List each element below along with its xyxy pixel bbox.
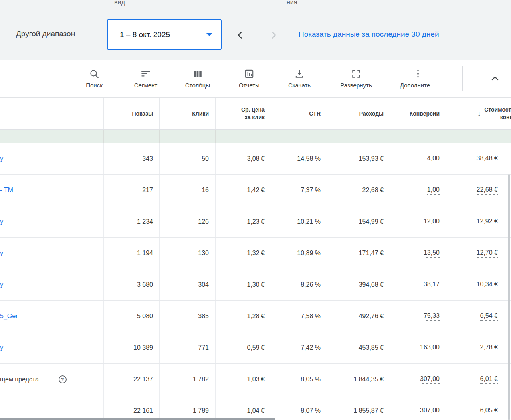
cell-value[interactable]: 6,54 € [480,312,498,321]
cell-value: 171,47 € [359,250,384,257]
toolbar-label: Столбцы [185,82,210,89]
row-label: щем предста… [0,376,45,383]
campaign-name-cell: у [0,143,104,174]
cell-value: 16 [202,187,209,194]
campaign-link[interactable]: - ТМ [0,187,13,194]
cell-value: 217 [142,187,153,194]
campaign-link[interactable]: у [0,344,3,351]
cell-value: 343 [142,155,153,162]
table-body: у343503,08 €14,58 %153,93 €4,0038,48 €- … [0,143,511,420]
more-options-button[interactable]: Дополните… [388,69,448,89]
toolbar-label: Скачать [288,82,311,89]
cell-value[interactable]: 75,33 [424,312,440,321]
cell-clicks: 1 782 [160,364,216,395]
clipped-label-right: ния [287,0,297,6]
chevron-right-icon [269,30,279,40]
segment-button[interactable]: Сегмент [120,69,172,89]
cell-value[interactable]: 4,00 [427,155,440,163]
campaign-name-cell: у [0,332,104,363]
help-icon[interactable]: ? [59,375,67,383]
cell-value[interactable]: 10,34 € [477,281,498,289]
cell-ctr: 8,05 % [271,364,327,395]
table-row: у10 3897710,59 €7,42 %453,85 €163,002,78… [0,332,511,364]
header-label: Ср. цена за клик [241,106,265,120]
cell-ctr: 7,58 % [271,301,327,332]
cell-impressions: 10 389 [104,332,160,363]
download-icon [294,69,305,79]
expand-icon [351,69,361,79]
cell-cost_per_conv: 22,68 € [446,175,511,206]
cell-value: 10,21 % [297,218,321,225]
next-range-button[interactable] [267,28,281,42]
header-cost-per-conv[interactable]: ↓ Стоимость конв. [446,98,511,129]
cell-avg_cpc: 1,30 € [216,269,271,300]
campaign-link[interactable]: у [0,250,3,257]
collapse-table-button[interactable] [489,73,501,84]
cell-value: 3,08 € [247,155,265,162]
cell-impressions: 1 194 [104,238,160,269]
table-row: 5_Ger5 0803851,28 €7,58 %492,76 €75,336,… [0,301,511,332]
cell-impressions: 5 080 [104,301,160,332]
campaign-name-cell: у [0,238,104,269]
cell-value[interactable]: 38,48 € [477,155,498,163]
download-button[interactable]: Скачать [275,69,324,89]
columns-button[interactable]: Столбцы [172,69,224,89]
date-range-picker[interactable]: 1 – 8 окт. 2025 [107,19,222,50]
cell-clicks: 304 [160,269,216,300]
header-cost[interactable]: Расходы [327,98,390,129]
cell-value: 10,89 % [297,250,321,257]
cell-value[interactable]: 12,70 € [477,249,498,258]
cell-cost: 154,99 € [327,206,390,237]
cell-cost_per_conv: 12,92 € [446,206,511,237]
cell-impressions: 343 [104,143,160,174]
previous-range-button[interactable] [233,28,247,42]
cell-value: 1,03 € [247,376,265,383]
cell-clicks: 771 [160,332,216,363]
cell-value[interactable]: 307,00 [420,407,440,415]
cell-cost: 492,76 € [327,301,390,332]
cell-impressions: 22 161 [104,395,160,420]
cell-clicks: 1 789 [160,395,216,420]
horizontal-scrollbar[interactable] [0,418,275,420]
search-button[interactable]: Поиск [75,69,113,89]
toolbar-label: Отчеты [239,82,259,89]
cell-clicks: 130 [160,238,216,269]
header-impressions[interactable]: Показы [104,98,160,129]
cell-value[interactable]: 13,50 [424,249,440,258]
campaign-link[interactable]: у [0,281,3,288]
cell-value[interactable]: 38,17 [424,281,440,289]
header-clicks[interactable]: Клики [160,98,216,129]
expand-button[interactable]: Развернуть [324,69,388,89]
cell-avg_cpc: 1,42 € [216,175,271,206]
cell-value[interactable]: 22,68 € [477,186,498,195]
cell-value: 8,07 % [301,407,321,414]
reports-button[interactable]: Отчеты [224,69,275,89]
table-row: у1 2341261,23 €10,21 %154,99 €12,0012,92… [0,206,511,238]
campaign-link[interactable]: 5_Ger [0,313,18,320]
cell-value[interactable]: 6,01 € [480,375,498,384]
toolbar-label: Развернуть [340,82,372,89]
vertical-scrollbar[interactable] [508,174,510,420]
cell-value[interactable]: 307,00 [420,375,440,384]
campaign-link[interactable]: у [0,218,3,225]
cell-cost: 22,68 € [327,175,390,206]
cell-cost: 171,47 € [327,238,390,269]
cell-value[interactable]: 12,00 [424,218,440,226]
cell-ctr: 10,89 % [271,238,327,269]
header-label: CTR [309,110,321,117]
cell-value[interactable]: 163,00 [420,344,440,352]
show-last-30-days-link[interactable]: Показать данные за последние 30 дней [299,30,439,39]
header-conversions[interactable]: Конверсии [390,98,446,129]
summary-row: 22 1611 7891,04 €8,07 %1 855,87 €307,006… [0,395,511,420]
cell-value[interactable]: 12,92 € [477,218,498,226]
header-avg-cpc[interactable]: Ср. цена за клик [216,98,271,129]
date-range-value: 1 – 8 окт. 2025 [120,30,170,39]
header-ctr[interactable]: CTR [271,98,327,129]
cell-conversions: 75,33 [390,301,446,332]
campaign-link[interactable]: у [0,155,3,162]
cell-value[interactable]: 2,78 € [480,344,498,352]
cell-value[interactable]: 6,05 € [480,407,498,415]
cell-cost_per_conv: 10,34 € [446,269,511,300]
cell-value: 771 [198,344,209,351]
cell-value[interactable]: 1,00 [427,186,440,195]
